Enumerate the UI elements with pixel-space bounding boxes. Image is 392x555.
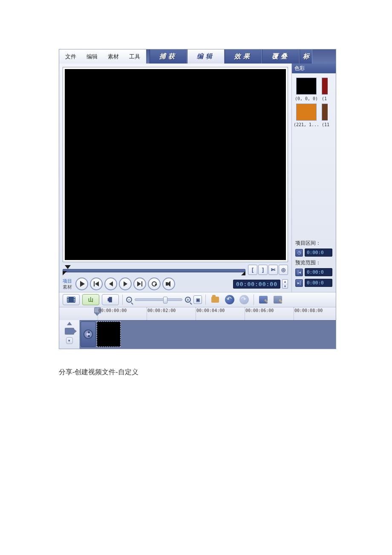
timeline-icon: ⼭ xyxy=(88,296,93,304)
interval-value[interactable]: 0:00:0 xyxy=(305,249,332,257)
next-frame-button[interactable] xyxy=(119,278,132,290)
storyboard-view-button[interactable] xyxy=(63,294,80,305)
audio-view-button[interactable] xyxy=(102,294,119,305)
first-icon xyxy=(95,281,99,286)
step-title[interactable]: 标 xyxy=(300,49,312,64)
menu-tools[interactable]: 工具 xyxy=(124,49,145,64)
menu-file[interactable]: 文件 xyxy=(60,49,81,64)
batch-convert-button[interactable] xyxy=(272,294,284,305)
step-effect[interactable]: 效果 xyxy=(225,49,262,64)
ruler-tick xyxy=(294,307,294,320)
color-swatch-icon xyxy=(296,78,317,95)
range-end-value[interactable]: 0:00:0 xyxy=(305,279,332,287)
swatch-item[interactable]: (221, 1... xyxy=(295,104,317,127)
prev-frame-button[interactable] xyxy=(104,278,117,290)
ruler-tick xyxy=(245,307,245,320)
video-track-icon[interactable] xyxy=(65,328,74,335)
swatch-item[interactable]: (0, 0, 0) xyxy=(295,78,317,101)
ruler-tick xyxy=(98,307,98,320)
timeline-tracks: ▾ xyxy=(59,320,336,349)
loop-icon xyxy=(152,281,157,286)
speaker-icon xyxy=(166,281,172,287)
redo-button[interactable] xyxy=(238,295,250,304)
timeline-toolbar: ⼭ − + ▣ xyxy=(59,292,336,307)
trim-handle-right-icon[interactable] xyxy=(241,271,245,275)
library-panel: 色彩 (0, 0, 0) (1 (221, 1... xyxy=(292,64,336,292)
step-capture[interactable]: 捕获 xyxy=(150,49,187,64)
play-button[interactable] xyxy=(75,278,88,290)
timecode-value[interactable]: 00:00:00:00 xyxy=(233,280,280,289)
step-edit[interactable]: 编辑 xyxy=(187,49,225,64)
zoom-thumb[interactable] xyxy=(163,297,167,304)
timeline-view-button[interactable]: ⼭ xyxy=(82,294,99,305)
timecode-spinner[interactable]: ▲▼ xyxy=(282,279,288,289)
redo-icon xyxy=(239,295,249,304)
playhead-handle-icon[interactable] xyxy=(65,265,71,269)
preview-panel: [ ] ✄ ◎ 项目 素材 xyxy=(59,64,292,292)
cut-button[interactable]: ✄ xyxy=(268,265,278,275)
fit-project-button[interactable]: ▣ xyxy=(193,295,202,304)
swatch-item[interactable]: (11 xyxy=(322,104,330,127)
folder-icon xyxy=(211,297,219,303)
zoom-control: − + ▣ xyxy=(126,295,202,304)
menu-edit[interactable]: 编辑 xyxy=(81,49,103,64)
step-tabs: 捕获 编辑 效果 覆叠 标 xyxy=(146,49,336,64)
range-start-value[interactable]: 0:00:0 xyxy=(305,268,332,276)
separator xyxy=(205,295,206,305)
mode-clip[interactable]: 素材 xyxy=(63,284,72,290)
step-overlay[interactable]: 覆叠 xyxy=(262,49,300,64)
zoom-out-icon[interactable]: − xyxy=(126,297,132,303)
zoom-slider[interactable] xyxy=(135,298,182,301)
go-end-button[interactable] xyxy=(133,278,146,290)
track-options-button[interactable]: ▾ xyxy=(66,337,73,344)
timeline-ruler[interactable]: 00:00:00:0000:00:02:0000:00:04:0000:00:0… xyxy=(59,307,336,320)
project-info: 项目区间： ◷ 0:00:0 预览范围： |◂ 0:00:0 ▸| 0:00:0 xyxy=(292,237,336,292)
repeat-button[interactable] xyxy=(148,278,161,290)
track-header: ▾ xyxy=(59,320,80,349)
zoom-in-icon[interactable]: + xyxy=(185,297,191,303)
film-icon xyxy=(67,297,75,303)
last-icon xyxy=(137,281,141,286)
main-area: [ ] ✄ ◎ 项目 素材 xyxy=(59,64,336,292)
preview-frame xyxy=(63,67,288,262)
open-folder-button[interactable] xyxy=(209,294,221,305)
color-swatch-icon xyxy=(322,104,328,121)
spin-down-icon[interactable]: ▼ xyxy=(282,284,288,289)
enlarge-button[interactable]: ◎ xyxy=(279,265,288,275)
next-icon xyxy=(124,281,127,286)
volume-button[interactable] xyxy=(162,278,175,290)
smart-proxy-button[interactable] xyxy=(257,294,269,305)
swatch-label: (1 xyxy=(322,96,329,101)
video-clip[interactable] xyxy=(97,321,121,347)
interval-label: 项目区间： xyxy=(295,240,332,247)
swatch-item[interactable]: (1 xyxy=(322,78,330,101)
ruler-label: 00:00:06:00 xyxy=(245,308,274,313)
go-start-button[interactable] xyxy=(90,278,103,290)
timecode-display: 00:00:00:00 ▲▼ xyxy=(233,279,288,289)
mark-out-button[interactable]: ] xyxy=(258,265,268,275)
swatch-label: (11 xyxy=(322,122,329,127)
mode-project[interactable]: 项目 xyxy=(63,278,72,284)
playback-controls: 项目 素材 00 xyxy=(63,278,288,290)
trim-track[interactable] xyxy=(63,266,245,274)
track-badge xyxy=(81,321,96,347)
undo-button[interactable] xyxy=(224,295,236,304)
preview-mode-labels[interactable]: 项目 素材 xyxy=(63,278,72,290)
video-editor-window: 文件 编辑 素材 工具 捕获 编辑 效果 覆叠 标 xyxy=(59,49,336,349)
clock-icon: ◷ xyxy=(295,249,303,257)
separator xyxy=(254,295,254,305)
trim-handle-left-icon[interactable] xyxy=(63,271,67,275)
play-icon xyxy=(80,281,85,287)
fx-icon xyxy=(259,296,268,304)
scroll-up-icon[interactable] xyxy=(67,322,72,325)
main-menu: 文件 编辑 素材 工具 xyxy=(59,49,146,64)
trim-buttons: [ ] ✄ ◎ xyxy=(248,265,288,275)
menu-clip[interactable]: 素材 xyxy=(103,49,124,64)
preview-canvas[interactable] xyxy=(65,69,286,260)
video-track[interactable] xyxy=(80,320,336,349)
spin-up-icon[interactable]: ▲ xyxy=(282,280,288,284)
mark-in-button[interactable]: [ xyxy=(248,265,257,275)
separator xyxy=(122,295,123,305)
gallery-header[interactable]: 色彩 xyxy=(292,64,336,73)
trim-range[interactable] xyxy=(63,269,245,272)
